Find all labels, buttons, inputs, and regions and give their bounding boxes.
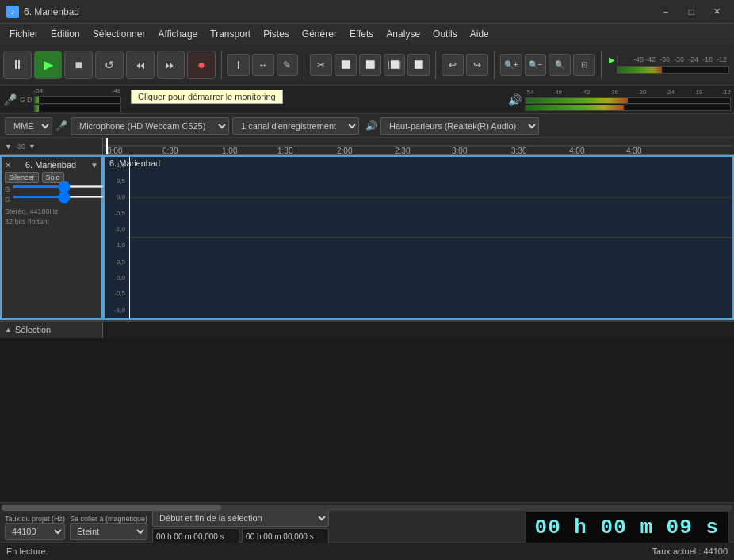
undo-button[interactable]: ↩ [442,54,464,76]
selection-mode-select[interactable]: Début et fin de la sélection [152,509,329,527]
device-row: MME 🎤 Microphone (HD Webcam C525) 1 cana… [0,114,734,138]
track-waveform-area[interactable]: 6. Marienbad 1,0 0,5 0,0 -0,5 -1,0 1,0 0… [103,155,734,320]
ruler-dropdown-icon[interactable]: ▼ [29,143,36,150]
center-line-bottom [127,238,732,238]
snap-group: Se coller à (magnétique) Éteint [70,515,147,540]
menu-effets[interactable]: Effets [343,25,380,43]
draw-tool-button[interactable]: ✎ [277,54,299,76]
multi-tool-button[interactable]: ↔ [252,54,274,76]
vu-meter-row: 🎤 G D -54-48 Cliquer pour démarrer le mo… [0,86,734,114]
gain-slider[interactable] [13,185,115,188]
collapse-icon[interactable]: ▼ [5,143,12,150]
monitor-tooltip: Cliquer pour démarrer le monitoring [131,90,283,104]
titlebar-controls: − □ ✕ [655,4,728,20]
snap-label: Se coller à (magnétique) [70,515,147,523]
zoom-out-button[interactable]: 🔍− [525,54,547,76]
status-row: En lecture. Taux actuel : 44100 [0,543,734,560]
svg-text:0:30: 0:30 [162,147,178,154]
svg-text:1:30: 1:30 [277,147,293,154]
gain-label-d: D [27,96,32,104]
ruler-label: -30 [15,143,25,150]
record-button[interactable]: ● [187,51,216,79]
menu-transport[interactable]: Transport [204,25,257,43]
input-device-select[interactable]: Microphone (HD Webcam C525) [71,117,229,135]
titlebar-left: ♪ 6. Marienbad [6,6,79,18]
menu-affichage[interactable]: Affichage [151,25,204,43]
skip-start-button[interactable]: ⏮ [126,51,155,79]
transport-toolbar: ⏸ ▶ ■ ↺ ⏮ ⏭ ● I ↔ ✎ ✂ ⬜ ⬜ |⬜| ⬜ ↩ ↪ 🔍+ 🔍… [0,44,734,86]
app-icon: ♪ [6,6,19,18]
stop-button[interactable]: ■ [64,51,93,79]
separator-3 [435,51,436,79]
pan-slider[interactable] [13,196,115,198]
svg-text:3:30: 3:30 [511,147,527,154]
silence-tool-button[interactable]: ⬜ [407,54,430,76]
svg-text:2:00: 2:00 [337,147,353,154]
menu-fichier[interactable]: Fichier [3,25,44,43]
pause-button[interactable]: ⏸ [3,51,32,79]
timeline-ruler: ▼ -30 ▼ 0:00 0:30 1:00 1:30 2:00 2:30 3:… [0,138,734,155]
track-collapse-button[interactable]: ▼ [90,161,98,170]
cut-tool-button[interactable]: ✂ [310,54,332,76]
menu-generer[interactable]: Générer [296,25,343,43]
menubar: Fichier Édition Sélectionner Affichage T… [0,24,734,44]
ruler-svg: 0:00 0:30 1:00 1:30 2:00 2:30 3:00 3:30 … [103,138,734,154]
track-row: ✕ 6. Marienbad ▼ Silencer Solo G D G D S… [0,155,734,321]
svg-text:1:00: 1:00 [222,147,238,154]
menu-pistes[interactable]: Pistes [257,25,296,43]
selection-label: Sélection [15,325,51,334]
big-timer: 00 h 00 m 09 s [525,511,729,544]
api-select[interactable]: MME [5,117,52,135]
ruler-marks-area: 0:00 0:30 1:00 1:30 2:00 2:30 3:00 3:30 … [103,138,734,154]
bottom-controls-row: Taux du projet (Hz) 44100 Se coller à (m… [0,512,734,543]
trim-tool-button[interactable]: |⬜| [384,54,406,76]
record-vu-meter[interactable]: -54-48 [34,87,121,112]
project-rate-group: Taux du projet (Hz) 44100 [5,515,65,540]
selection-area[interactable] [103,322,734,338]
zoom-sel-button[interactable]: 🔍 [549,54,571,76]
menu-aide[interactable]: Aide [464,25,495,43]
center-line-top [127,197,732,198]
bottom-bar: Taux du projet (Hz) 44100 Se coller à (m… [0,512,734,560]
menu-outils[interactable]: Outils [426,25,464,43]
selection-header: ▲ Sélection [0,322,103,338]
gain-label-g: G [20,96,25,104]
hscrollbar[interactable] [0,502,734,512]
selection-tool-button[interactable]: I [227,54,250,76]
close-button[interactable]: ✕ [705,4,728,20]
track-header: ✕ 6. Marienbad ▼ Silencer Solo G D G D S… [0,155,103,320]
selection-range-group: Début et fin de la sélection [152,509,329,546]
output-device-select[interactable]: Haut-parleurs (Realtek(R) Audio) [380,117,539,135]
project-rate-label: Taux du projet (Hz) [5,515,65,523]
playback-vu-meter[interactable]: -54-48-42-36-30-24-18-12 [525,89,731,111]
separator-4 [494,51,495,79]
menu-edition[interactable]: Édition [44,25,86,43]
maximize-button[interactable]: □ [680,4,702,20]
project-rate-select[interactable]: 44100 [5,523,65,540]
copy-tool-button[interactable]: ⬜ [335,54,357,76]
skip-end-button[interactable]: ⏭ [157,51,185,79]
svg-text:3:00: 3:00 [452,147,468,154]
track-close-button[interactable]: ✕ [5,161,11,170]
zoom-fit-button[interactable]: ⊡ [573,54,595,76]
mic-small-icon: 🎤 [55,120,67,131]
loop-button[interactable]: ↺ [95,51,124,79]
play-button[interactable]: ▶ [34,51,63,79]
separator-1 [221,51,222,79]
selection-arrow-icon[interactable]: ▲ [5,326,12,333]
paste-tool-button[interactable]: ⬜ [359,54,381,76]
speaker-icon: 🔊 [508,93,522,106]
track-info: Stéréo, 44100Hz 32 bits flottant [5,207,98,227]
ruler-header: ▼ -30 ▼ [0,138,103,154]
zoom-in-button[interactable]: 🔍+ [500,54,522,76]
snap-select[interactable]: Éteint [70,523,147,540]
svg-text:0:00: 0:00 [107,147,123,154]
minimize-button[interactable]: − [655,4,677,20]
db-scale: 1,0 0,5 0,0 -0,5 -1,0 1,0 0,5 0,0 -0,5 -… [105,157,127,318]
redo-button[interactable]: ↪ [466,54,488,76]
playback-cursor [129,157,130,318]
mic-icon: 🎤 [3,93,17,106]
channels-select[interactable]: 1 canal d'enregistrement [232,117,359,135]
menu-analyse[interactable]: Analyse [380,25,426,43]
menu-selectionner[interactable]: Sélectionner [86,25,152,43]
